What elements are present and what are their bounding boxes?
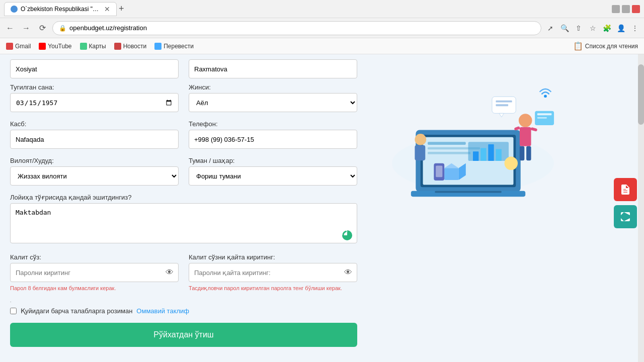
submit-button[interactable]: Рўйхатдан ўтиш <box>10 323 357 347</box>
svg-rect-7 <box>428 152 470 154</box>
scrollbar[interactable] <box>638 54 644 362</box>
confirm-password-input[interactable] <box>189 263 357 282</box>
svg-rect-9 <box>473 151 478 161</box>
side-buttons <box>614 178 637 228</box>
svg-rect-16 <box>520 127 531 146</box>
district-group: Туман / шаҳар: Фориш тумани <box>189 157 357 186</box>
minimize-button[interactable] <box>612 5 620 13</box>
svg-rect-27 <box>496 101 512 103</box>
extensions-icon[interactable]: 🧩 <box>602 23 612 33</box>
svg-rect-28 <box>496 104 508 106</box>
reload-button[interactable]: ⟳ <box>36 22 48 34</box>
svg-rect-11 <box>488 144 494 161</box>
menu-icon[interactable]: ⋮ <box>630 23 640 33</box>
birthdate-label: Тугилган сана: <box>10 83 179 91</box>
password-input[interactable] <box>10 263 179 282</box>
lastname-group <box>10 59 179 78</box>
scrollbar-thumb[interactable] <box>638 64 644 125</box>
svg-point-34 <box>505 157 518 170</box>
birthdate-input[interactable] <box>10 93 179 112</box>
bookmark-youtube[interactable]: YouTube <box>39 43 71 50</box>
side-button-teal[interactable] <box>614 205 637 228</box>
zoom-icon[interactable]: 🔍 <box>559 23 570 33</box>
gmail-icon <box>6 43 13 50</box>
reading-list[interactable]: 📋 Список для чтения <box>573 41 638 51</box>
agree-checkbox[interactable] <box>10 308 17 314</box>
heard-about-label: Лойиҳа тўғрисида қандай эшитдингиз? <box>10 194 357 201</box>
bookmark-maps[interactable]: Карты <box>80 43 106 50</box>
url-text: openbudget.uz/registration <box>69 24 147 32</box>
active-tab[interactable]: O`zbekiston Respublikasi "Ochio... ✕ <box>4 2 117 16</box>
side-btn-red-icon <box>619 184 631 196</box>
back-button[interactable]: ← <box>4 22 16 34</box>
agree-row: Қуйидаги барча талабларга розиман Оммави… <box>10 307 357 315</box>
region-district-row: Вилоят/Худуд: Жиззах вилояти Туман / шаҳ… <box>10 157 357 186</box>
birthdate-gender-row: Тугилган сана: Жинси: Аёл Эркак <box>10 83 357 112</box>
browser-tabs: O`zbekiston Respublikasi "Ochio... ✕ + <box>4 2 124 16</box>
share-icon[interactable]: ⇧ <box>574 23 584 33</box>
gender-group: Жинси: Аёл Эркак <box>189 83 357 112</box>
close-button[interactable] <box>632 5 640 13</box>
confirm-password-label: Калит сўзни қайта киритинг: <box>189 253 357 261</box>
birthdate-input-wrapper <box>10 93 179 112</box>
profession-input[interactable] <box>10 130 179 149</box>
heard-about-group: Лойиҳа тўғрисида қандай эшитдингиз? <box>10 194 357 245</box>
browser-toolbar: ← → ⟳ 🔒 openbudget.uz/registration ➚ 🔍 ⇧… <box>0 18 644 38</box>
public-offer-link[interactable]: Оммавий таклиф <box>136 307 189 315</box>
confirm-password-group: Калит сўзни қайта киритинг: 👁 Тасдиқловч… <box>189 253 357 292</box>
district-select[interactable]: Фориш тумани <box>189 166 357 186</box>
phone-input[interactable] <box>189 130 357 149</box>
password-row: Калит сўз: 👁 Парол 8 белгидан кам булмас… <box>10 253 357 292</box>
profession-label: Касб: <box>10 120 179 128</box>
firstname-input[interactable] <box>189 59 357 78</box>
bookmark-icon[interactable]: ☆ <box>588 23 598 33</box>
profession-phone-row: Касб: Телефон: <box>10 120 357 149</box>
news-icon <box>114 43 121 50</box>
confirm-password-input-wrapper: 👁 <box>189 263 357 282</box>
gender-label: Жинси: <box>189 83 357 91</box>
svg-marker-29 <box>499 113 504 117</box>
svg-point-15 <box>519 114 532 127</box>
side-button-red[interactable] <box>614 178 637 201</box>
maps-label: Карты <box>89 43 106 50</box>
region-select[interactable]: Жиззах вилояти <box>10 166 179 186</box>
registration-illustration <box>382 64 564 205</box>
svg-rect-10 <box>480 148 486 161</box>
new-tab-button[interactable]: + <box>119 4 124 14</box>
phone-group: Телефон: <box>189 120 357 149</box>
tab-close-button[interactable]: ✕ <box>104 5 110 13</box>
svg-rect-12 <box>496 149 501 161</box>
gender-select[interactable]: Аёл Эркак <box>189 93 357 112</box>
reading-list-label: Список для чтения <box>585 43 638 50</box>
window-controls <box>612 5 640 13</box>
news-label: Новости <box>123 43 146 50</box>
external-link-icon[interactable]: ➚ <box>545 23 555 33</box>
password-eye-icon[interactable]: 👁 <box>166 268 174 277</box>
svg-point-0 <box>343 231 351 239</box>
side-btn-teal-icon <box>619 211 631 223</box>
confirm-eye-icon[interactable]: 👁 <box>344 268 352 277</box>
heard-about-textarea[interactable] <box>10 203 357 243</box>
youtube-label: YouTube <box>48 43 71 50</box>
textarea-wrapper <box>10 203 357 245</box>
password-label: Калит сўз: <box>10 253 179 261</box>
birthdate-group: Тугилган сана: <box>10 83 179 112</box>
phone-label: Телефон: <box>189 120 357 128</box>
address-bar[interactable]: 🔒 openbudget.uz/registration <box>52 21 541 35</box>
form-area: Тугилган сана: Жинси: Аёл Эркак Касб: Те… <box>0 54 367 362</box>
bookmark-translate[interactable]: Перевести <box>154 43 194 50</box>
profile-icon[interactable]: 👤 <box>616 23 626 33</box>
bookmark-news[interactable]: Новости <box>114 43 146 50</box>
lastname-input[interactable] <box>10 59 179 78</box>
loading-spinner <box>342 230 352 240</box>
translate-icon <box>154 43 162 50</box>
svg-rect-20 <box>530 127 537 132</box>
forward-button[interactable]: → <box>20 22 32 34</box>
bookmark-gmail[interactable]: Gmail <box>6 43 31 50</box>
svg-rect-24 <box>537 113 551 115</box>
maximize-button[interactable] <box>622 5 630 13</box>
confirm-password-error: Тасдиқловчи парол киритилган паролга тен… <box>189 285 357 292</box>
svg-rect-36 <box>436 166 442 177</box>
svg-rect-14 <box>435 191 502 193</box>
agree-label: Қуйидаги барча талабларга розиман <box>21 307 132 315</box>
